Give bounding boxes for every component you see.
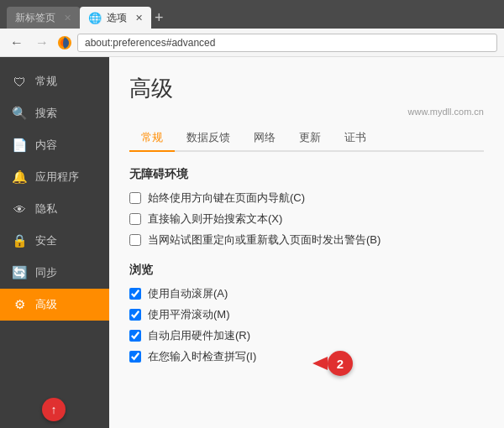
newtab-close[interactable]: ✕ xyxy=(64,13,71,23)
spell-check-label: 在您输入时检查拼写(I) xyxy=(148,349,256,364)
sidebar-label-search: 搜索 xyxy=(35,106,57,121)
sidebar-label-privacy: 隐私 xyxy=(35,201,57,217)
sidebar-label-sync: 同步 xyxy=(35,265,57,280)
prefs-close[interactable]: ✕ xyxy=(135,13,143,23)
advanced-icon: ⚙ xyxy=(12,297,27,312)
warn-redirect-checkbox[interactable] xyxy=(129,234,141,246)
browsing-item-0: 使用自动滚屏(A) xyxy=(129,286,484,301)
content-icon: 📄 xyxy=(12,138,27,153)
tab-prefs[interactable]: 🌐 选项 ✕ xyxy=(80,7,151,29)
subtab-bar: 常规 数据反馈 网络 更新 证书 xyxy=(129,125,484,152)
smooth-scroll-checkbox[interactable] xyxy=(129,309,141,321)
newtab-label: 新标签页 xyxy=(15,11,55,25)
sidebar-item-security[interactable]: 🔒 安全 xyxy=(0,225,109,257)
sidebar: 🛡 常规 🔍 搜索 📄 内容 🔔 应用程序 👁 隐私 🔒 安全 xyxy=(0,57,109,428)
browsing-item-1: 使用平滑滚动(M) xyxy=(129,307,484,322)
sidebar-label-general: 常规 xyxy=(35,74,57,89)
use-cursor-label: 始终使用方向键在页面内导航(C) xyxy=(148,191,305,206)
accessibility-item-1: 直接输入则开始搜索文本(X) xyxy=(129,211,484,227)
url-input[interactable] xyxy=(77,34,497,52)
search-icon: 🔍 xyxy=(12,106,27,121)
sidebar-item-search[interactable]: 🔍 搜索 xyxy=(0,97,109,129)
subtab-certs[interactable]: 证书 xyxy=(333,125,378,152)
apps-icon: 🔔 xyxy=(12,170,27,185)
sidebar-label-security: 安全 xyxy=(35,233,57,248)
general-icon: 🛡 xyxy=(12,75,27,89)
hardware-accel-checkbox[interactable] xyxy=(129,330,141,342)
address-bar: ← → xyxy=(0,29,504,57)
subtab-general[interactable]: 常规 xyxy=(129,125,175,152)
privacy-icon: 👁 xyxy=(12,202,27,217)
prefs-label: 选项 xyxy=(107,11,127,25)
back-button[interactable]: ← xyxy=(7,34,27,52)
new-tab-button[interactable]: + xyxy=(155,7,164,29)
use-cursor-checkbox[interactable] xyxy=(129,192,141,204)
sidebar-label-apps: 应用程序 xyxy=(35,170,79,185)
hardware-accel-label: 自动启用硬件加速(R) xyxy=(148,328,250,343)
prefs-icon: 🌐 xyxy=(88,12,102,24)
autoscroll-label: 使用自动滚屏(A) xyxy=(148,286,228,301)
search-start-label: 直接输入则开始搜索文本(X) xyxy=(148,211,282,227)
autoscroll-checkbox[interactable] xyxy=(129,288,141,300)
sidebar-label-advanced: 高级 xyxy=(35,297,57,312)
subtab-network[interactable]: 网络 xyxy=(242,125,287,152)
forward-button[interactable]: → xyxy=(32,34,52,52)
sidebar-label-content: 内容 xyxy=(35,138,57,153)
accessibility-item-0: 始终使用方向键在页面内导航(C) xyxy=(129,191,484,206)
sidebar-item-privacy[interactable]: 👁 隐私 xyxy=(0,193,109,225)
tab-newtab[interactable]: 新标签页 ✕ xyxy=(7,7,80,29)
browsing-item-3: 在您输入时检查拼写(I) xyxy=(129,349,484,364)
warn-redirect-label: 当网站试图重定向或重新载入页面时发出警告(B) xyxy=(148,232,381,248)
browsing-section: 浏览 使用自动滚屏(A) 使用平滑滚动(M) 自动启用硬件加速(R) 在您输入时… xyxy=(129,263,484,364)
sidebar-item-general[interactable]: 🛡 常规 xyxy=(0,65,109,97)
search-start-checkbox[interactable] xyxy=(129,213,141,225)
sidebar-item-sync[interactable]: 🔄 同步 xyxy=(0,257,109,289)
watermark: www.mydll.com.cn xyxy=(129,107,484,117)
firefox-logo xyxy=(57,35,72,50)
browsing-title: 浏览 xyxy=(129,263,484,278)
page-title: 高级 xyxy=(129,74,484,103)
annotation-arrow-button[interactable]: ↑ xyxy=(42,398,66,421)
accessibility-item-2: 当网站试图重定向或重新载入页面时发出警告(B) xyxy=(129,232,484,248)
subtab-update[interactable]: 更新 xyxy=(287,125,333,152)
browsing-item-2: 自动启用硬件加速(R) xyxy=(129,328,484,343)
accessibility-section: 无障碍环境 始终使用方向键在页面内导航(C) 直接输入则开始搜索文本(X) 当网… xyxy=(129,167,484,248)
content-area: 高级 www.mydll.com.cn 常规 数据反馈 网络 更新 证书 无障碍… xyxy=(109,57,504,428)
annotation-badge-2: 2 xyxy=(328,351,353,376)
subtab-feedback[interactable]: 数据反馈 xyxy=(175,125,242,152)
sidebar-item-advanced[interactable]: ⚙ 高级 xyxy=(0,289,109,321)
sidebar-item-apps[interactable]: 🔔 应用程序 xyxy=(0,161,109,193)
spell-check-checkbox[interactable] xyxy=(129,351,141,363)
smooth-scroll-label: 使用平滑滚动(M) xyxy=(148,307,230,322)
sidebar-item-content[interactable]: 📄 内容 xyxy=(0,129,109,161)
accessibility-title: 无障碍环境 xyxy=(129,167,484,182)
sync-icon: 🔄 xyxy=(12,265,27,280)
security-icon: 🔒 xyxy=(12,233,27,248)
main-layout: 🛡 常规 🔍 搜索 📄 内容 🔔 应用程序 👁 隐私 🔒 安全 xyxy=(0,57,504,428)
